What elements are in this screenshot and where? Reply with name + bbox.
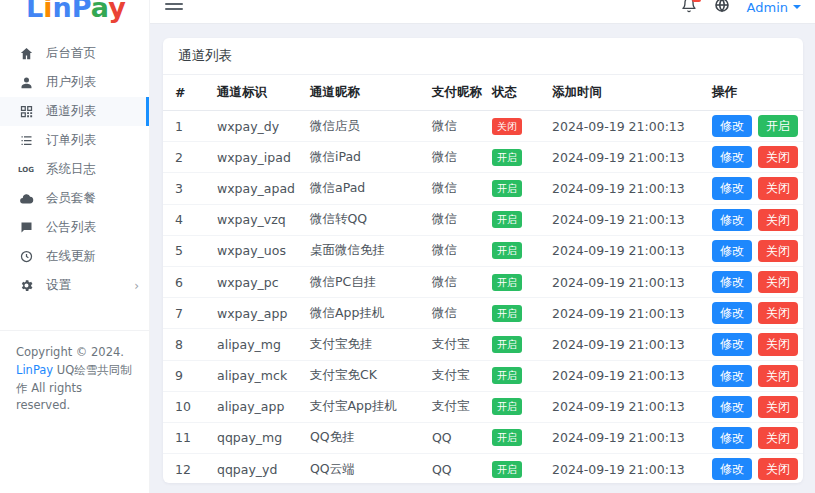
- table-row: 4 wxpay_vzq 微信转QQ 微信 开启 2024-09-19 21:00…: [163, 204, 803, 235]
- sidebar-item-label: 会员套餐: [46, 190, 96, 207]
- copyright-text: Copyright © 2024.: [16, 345, 124, 359]
- disable-button[interactable]: 关闭: [758, 396, 798, 418]
- status-badge: 开启: [492, 180, 522, 197]
- row-index: 10: [163, 391, 205, 422]
- user-menu[interactable]: Admin: [747, 0, 801, 15]
- disable-button[interactable]: 关闭: [758, 427, 798, 449]
- edit-button[interactable]: 修改: [712, 396, 752, 418]
- disable-button[interactable]: 关闭: [758, 240, 798, 262]
- row-index: 3: [163, 173, 205, 204]
- edit-button[interactable]: 修改: [712, 177, 752, 199]
- edit-button[interactable]: 修改: [712, 365, 752, 387]
- edit-button[interactable]: 修改: [712, 240, 752, 262]
- edit-button[interactable]: 修改: [712, 302, 752, 324]
- disable-button[interactable]: 关闭: [758, 271, 798, 293]
- added-time: 2024-09-19 21:00:13: [540, 454, 700, 483]
- table-row: 7 wxpay_app 微信App挂机 微信 开启 2024-09-19 21:…: [163, 298, 803, 329]
- sidebar-item-update[interactable]: 在线更新: [0, 242, 149, 271]
- disable-button[interactable]: 关闭: [758, 333, 798, 355]
- card-title: 通道列表: [163, 38, 803, 75]
- edit-button[interactable]: 修改: [712, 271, 752, 293]
- row-actions: 修改关闭: [700, 298, 803, 329]
- row-actions: 修改关闭: [700, 329, 803, 360]
- payment-nickname: QQ: [420, 422, 480, 453]
- table-row: 9 alipay_mck 支付宝免CK 支付宝 开启 2024-09-19 21…: [163, 360, 803, 391]
- added-time: 2024-09-19 21:00:13: [540, 422, 700, 453]
- cloud-icon: [18, 191, 34, 207]
- edit-button[interactable]: 修改: [712, 427, 752, 449]
- channel-id: alipay_mck: [205, 360, 298, 391]
- added-time: 2024-09-19 21:00:13: [540, 204, 700, 235]
- table-row: 10 alipay_app 支付宝App挂机 支付宝 开启 2024-09-19…: [163, 391, 803, 422]
- row-index: 11: [163, 422, 205, 453]
- sidebar-item-announcement[interactable]: 公告列表: [0, 213, 149, 242]
- brand-logo[interactable]: LinPay: [26, 0, 175, 23]
- row-index: 7: [163, 298, 205, 329]
- channel-id: wxpay_app: [205, 298, 298, 329]
- status-badge: 开启: [492, 274, 522, 291]
- sidebar-item-settings[interactable]: 设置 ›: [0, 271, 149, 300]
- sidebar-item-orders[interactable]: 订单列表: [0, 126, 149, 155]
- added-time: 2024-09-19 21:00:13: [540, 235, 700, 266]
- sidebar-item-cloud[interactable]: 会员套餐: [0, 184, 149, 213]
- disable-button[interactable]: 关闭: [758, 177, 798, 199]
- edit-button[interactable]: 修改: [712, 333, 752, 355]
- disable-button[interactable]: 关闭: [758, 146, 798, 168]
- status-badge: 开启: [492, 242, 522, 259]
- status-badge: 开启: [492, 461, 522, 478]
- table-row: 8 alipay_mg 支付宝免挂 支付宝 开启 2024-09-19 21:0…: [163, 329, 803, 360]
- added-time: 2024-09-19 21:00:13: [540, 173, 700, 204]
- notifications-button[interactable]: [681, 0, 697, 17]
- sidebar-item-label: 通道列表: [46, 103, 96, 120]
- globe-button[interactable]: [714, 0, 730, 17]
- bell-icon: [681, 0, 697, 17]
- payment-nickname: 微信: [420, 235, 480, 266]
- app-window: LinPay 后台首页 用户列表 通道列表 订单列表 LOG 系统日志 会员套餐…: [0, 0, 815, 493]
- edit-button[interactable]: 修改: [712, 146, 752, 168]
- status-badge: 开启: [492, 367, 522, 384]
- payment-nickname: 微信: [420, 111, 480, 142]
- column-header: 添加时间: [540, 75, 700, 111]
- sidebar-item-channels[interactable]: 通道列表: [0, 97, 149, 126]
- row-actions: 修改关闭: [700, 360, 803, 391]
- edit-button[interactable]: 修改: [712, 209, 752, 231]
- status-badge: 开启: [492, 336, 522, 353]
- brand-letter: n: [52, 0, 71, 23]
- edit-button[interactable]: 修改: [712, 115, 752, 137]
- payment-nickname: 微信: [420, 298, 480, 329]
- status-badge: 开启: [492, 305, 522, 322]
- row-actions: 修改关闭: [700, 454, 803, 483]
- enable-button[interactable]: 开启: [758, 115, 798, 137]
- linpay-link[interactable]: LinPay: [16, 363, 53, 377]
- column-header: 操作: [700, 75, 803, 111]
- globe-icon: [714, 0, 730, 17]
- channel-id: alipay_app: [205, 391, 298, 422]
- disable-button[interactable]: 关闭: [758, 365, 798, 387]
- channel-nickname: QQ云端: [298, 454, 420, 483]
- channels-icon: [18, 104, 34, 120]
- chevron-down-icon: [793, 5, 801, 9]
- edit-button[interactable]: 修改: [712, 458, 752, 480]
- added-time: 2024-09-19 21:00:13: [540, 391, 700, 422]
- payment-nickname: 微信: [420, 142, 480, 173]
- payment-nickname: 微信: [420, 266, 480, 297]
- sidebar-item-log[interactable]: LOG 系统日志: [0, 155, 149, 184]
- sidebar-menu: 后台首页 用户列表 通道列表 订单列表 LOG 系统日志 会员套餐 公告列表 在…: [0, 39, 149, 300]
- table-row: 2 wxpay_ipad 微信iPad 微信 开启 2024-09-19 21:…: [163, 142, 803, 173]
- sidebar-item-home[interactable]: 后台首页: [0, 39, 149, 68]
- added-time: 2024-09-19 21:00:13: [540, 329, 700, 360]
- disable-button[interactable]: 关闭: [758, 458, 798, 480]
- log-icon: LOG: [18, 162, 34, 178]
- sidebar-item-label: 订单列表: [46, 132, 96, 149]
- row-index: 12: [163, 454, 205, 483]
- disable-button[interactable]: 关闭: [758, 302, 798, 324]
- added-time: 2024-09-19 21:00:13: [540, 111, 700, 142]
- table-row: 5 wxpay_uos 桌面微信免挂 微信 开启 2024-09-19 21:0…: [163, 235, 803, 266]
- table-row: 11 qqpay_mg QQ免挂 QQ 开启 2024-09-19 21:00:…: [163, 422, 803, 453]
- topbar: Admin: [150, 0, 815, 24]
- sidebar-item-user[interactable]: 用户列表: [0, 68, 149, 97]
- table-row: 6 wxpay_pc 微信PC自挂 微信 开启 2024-09-19 21:00…: [163, 266, 803, 297]
- disable-button[interactable]: 关闭: [758, 209, 798, 231]
- user-menu-label: Admin: [747, 0, 788, 15]
- payment-nickname: QQ: [420, 454, 480, 483]
